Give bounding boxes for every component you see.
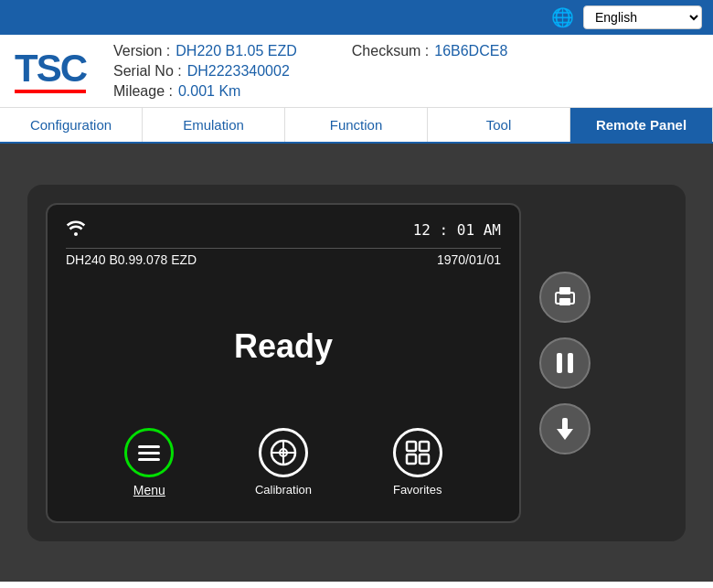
svg-rect-9 bbox=[407, 454, 416, 464]
version-label: Version : bbox=[113, 43, 170, 59]
time-display: 12 : 01 AM bbox=[413, 221, 501, 239]
nav-bar: Configuration Emulation Function Tool Re… bbox=[0, 108, 713, 144]
svg-rect-15 bbox=[557, 353, 562, 373]
device-panel: 12 : 01 AM DH240 B0.99.078 EZD 1970/01/0… bbox=[27, 185, 686, 541]
svg-rect-13 bbox=[559, 287, 570, 294]
menu-icon bbox=[124, 428, 174, 477]
nav-remote-panel[interactable]: Remote Panel bbox=[570, 108, 713, 142]
serial-row: Serial No : DH2223340002 bbox=[113, 63, 297, 80]
screen-buttons: Menu Calibration bbox=[66, 419, 501, 507]
top-bar: 🌐 English 中文 Deutsch bbox=[0, 0, 713, 35]
screen-info-row: DH240 B0.99.078 EZD 1970/01/01 bbox=[66, 252, 501, 267]
checksum-value: 16B6DCE8 bbox=[434, 43, 507, 59]
side-buttons bbox=[539, 272, 591, 454]
globe-icon: 🌐 bbox=[551, 6, 574, 28]
svg-rect-8 bbox=[420, 442, 429, 451]
version-row: Version : DH220 B1.05 EZD bbox=[113, 43, 297, 59]
mileage-label: Mileage : bbox=[113, 83, 173, 100]
svg-rect-10 bbox=[420, 454, 429, 464]
screen-date: 1970/01/01 bbox=[437, 252, 501, 267]
nav-configuration[interactable]: Configuration bbox=[0, 108, 143, 142]
info-col-left: Version : DH220 B1.05 EZD Serial No : DH… bbox=[113, 43, 297, 100]
svg-rect-1 bbox=[138, 452, 160, 454]
menu-button[interactable]: Menu bbox=[124, 428, 174, 497]
header: TSC Version : DH220 B1.05 EZD Serial No … bbox=[0, 35, 713, 108]
version-value: DH220 B1.05 EZD bbox=[176, 43, 297, 59]
wifi-icon bbox=[66, 219, 86, 241]
nav-tool[interactable]: Tool bbox=[428, 108, 570, 142]
menu-label: Menu bbox=[133, 483, 165, 497]
calibration-button[interactable]: Calibration bbox=[255, 428, 312, 497]
mileage-row: Mileage : 0.001 Km bbox=[113, 83, 297, 100]
screen-top: 12 : 01 AM bbox=[66, 219, 501, 241]
info-col-right: Checksum : 16B6DCE8 bbox=[352, 43, 508, 100]
screen-model: DH240 B0.99.078 EZD bbox=[66, 252, 197, 267]
svg-marker-18 bbox=[557, 429, 573, 440]
print-button[interactable] bbox=[539, 272, 591, 323]
svg-rect-0 bbox=[138, 445, 160, 448]
main-content: 12 : 01 AM DH240 B0.99.078 EZD 1970/01/0… bbox=[0, 144, 713, 582]
pause-button[interactable] bbox=[539, 337, 591, 389]
nav-function[interactable]: Function bbox=[285, 108, 428, 142]
svg-point-14 bbox=[569, 294, 572, 297]
checksum-row: Checksum : 16B6DCE8 bbox=[352, 43, 508, 59]
svg-rect-7 bbox=[407, 442, 416, 451]
logo-underline bbox=[15, 90, 86, 93]
nav-emulation[interactable]: Emulation bbox=[143, 108, 285, 142]
mileage-value: 0.001 Km bbox=[178, 83, 240, 100]
favorites-icon bbox=[393, 428, 442, 477]
screen-divider bbox=[66, 248, 501, 249]
favorites-button[interactable]: Favorites bbox=[393, 428, 442, 497]
tsc-logo: TSC bbox=[15, 49, 86, 93]
calibration-label: Calibration bbox=[255, 483, 312, 497]
logo-text: TSC bbox=[15, 49, 86, 88]
svg-rect-16 bbox=[568, 353, 573, 373]
printer-screen: 12 : 01 AM DH240 B0.99.078 EZD 1970/01/0… bbox=[46, 203, 521, 523]
language-select[interactable]: English 中文 Deutsch bbox=[583, 5, 702, 29]
serial-label: Serial No : bbox=[113, 63, 182, 80]
svg-rect-2 bbox=[138, 458, 160, 461]
header-details: Version : DH220 B1.05 EZD Serial No : DH… bbox=[113, 43, 698, 100]
calibration-icon bbox=[259, 428, 308, 477]
checksum-label: Checksum : bbox=[352, 43, 429, 59]
favorites-label: Favorites bbox=[393, 483, 442, 497]
serial-value: DH2223340002 bbox=[187, 63, 290, 80]
feed-button[interactable] bbox=[539, 403, 591, 454]
svg-rect-12 bbox=[559, 298, 570, 305]
screen-status: Ready bbox=[66, 274, 501, 419]
